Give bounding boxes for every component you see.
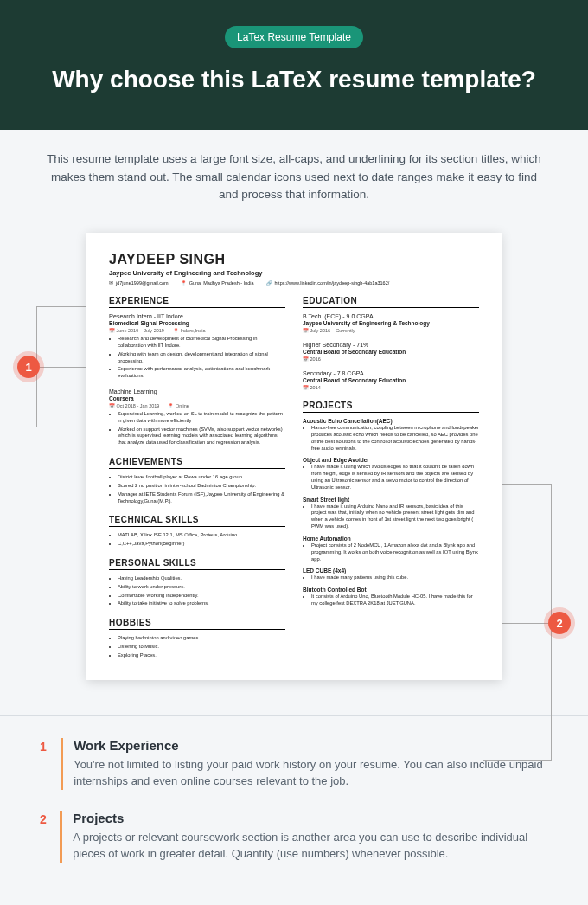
section-personal-skills: PERSONAL SKILLS <box>109 558 285 570</box>
skill-item: C,C++,Java,Python(Beginner) <box>118 541 285 548</box>
project-desc: Hands-free communication, coupling betwe… <box>311 425 479 452</box>
ach-item: Manager at IETE Students Forum (ISF),Jay… <box>118 491 285 505</box>
contact-email: jd7june1999@gmail.com <box>109 280 169 286</box>
project-title: Home Automation <box>303 536 479 542</box>
section-tech-skills: TECHNICAL SKILLS <box>109 515 285 527</box>
project-desc: I have made many patterns using this cub… <box>311 574 479 581</box>
resume-name: JAYDEEP SINGH <box>109 252 479 267</box>
project-desc: I have made it using which avoids edges … <box>311 464 479 491</box>
project-title: Blutooth Controlled Bot <box>303 587 479 593</box>
project-title: LED CUBE (4x4) <box>303 568 479 574</box>
edu-item: Higher Secondary - 71% Central Board of … <box>303 342 479 362</box>
exp-role: Research Intern - IIT Indore <box>109 313 285 319</box>
exp-bullet: Supervised Learning, worked on SL to tra… <box>118 411 285 425</box>
calendar-icon: 2016 <box>303 356 321 362</box>
exp-bullet: Experience with performance analysis, op… <box>118 366 285 380</box>
calendar-icon: June 2019 – July 2019 <box>109 328 164 333</box>
ach-item: District level football player at Rewa u… <box>118 474 285 481</box>
callout-dot-2: 2 <box>548 612 571 634</box>
edu-item: Secondary - 7.8 CGPA Central Board of Se… <box>303 370 479 390</box>
resume-contact: jd7june1999@gmail.com Guna, Madhya Prade… <box>109 280 479 286</box>
section-education: EDUCATION <box>303 296 479 308</box>
section-projects: PROJECTS <box>303 401 479 413</box>
exp-bullet: Working with team on design, development… <box>118 351 285 365</box>
callout-dot-1: 1 <box>17 356 40 378</box>
calendar-icon: July 2016 – Currently <box>303 328 355 333</box>
skill-item: MATLAB, Xilinx ISE 12.1, MS Office, Prot… <box>118 532 285 539</box>
resume-subtitle: Jaypee University of Engineering and Tec… <box>109 269 479 277</box>
annotation-item: 2 Projects A projects or relevant course… <box>40 811 548 863</box>
resume-right-column: EDUCATION B.Tech. (ECE) - 9.0 CGPA Jaype… <box>303 296 479 661</box>
exp-item: Machine Learning Coursera Oct 2018 - Jan… <box>109 388 285 446</box>
edu-degree: Higher Secondary - 71% <box>303 342 479 348</box>
pskill-item: Ability to work under pressure. <box>118 584 285 591</box>
annotation-title: Projects <box>73 811 548 825</box>
project-item: Blutooth Controlled Bot It consists of A… <box>303 587 479 607</box>
annotation-number: 1 <box>40 738 48 790</box>
project-desc: I have made it using Arduino Nano and IR… <box>311 504 479 530</box>
resume-stage: 1 2 JAYDEEP SINGH Jaypee University of E… <box>0 224 588 706</box>
project-item: Home Automation Project consists of 2 No… <box>303 536 479 562</box>
annotation-text: You're not limited to listing your paid … <box>74 756 548 790</box>
project-item: Acoustic Echo Cancellation(AEC) Hands-fr… <box>303 418 479 452</box>
project-item: Smart Street light I have made it using … <box>303 497 479 530</box>
section-experience: EXPERIENCE <box>109 296 285 308</box>
pskill-item: Comfortable Working Independently. <box>118 593 285 600</box>
project-item: LED CUBE (4x4) I have made many patterns… <box>303 568 479 581</box>
intro-text: This resume template uses a large font s… <box>0 130 588 224</box>
section-achievements: ACHIEVEMENTS <box>109 457 285 469</box>
hobby-item: Exploring Places. <box>118 652 285 659</box>
resume-left-column: EXPERIENCE Research Intern - IIT Indore … <box>109 296 285 661</box>
project-desc: Project consists of 2 NodeMCU, 1 Amazon … <box>311 542 479 562</box>
annotation-title: Work Experience <box>74 738 548 753</box>
project-title: Smart Street light <box>303 497 479 503</box>
location-icon: Online <box>168 403 189 408</box>
edu-org: Central Board of Secondary Education <box>303 349 479 355</box>
annotation-number: 2 <box>40 811 48 863</box>
section-hobbies: HOBBIES <box>109 618 285 630</box>
ach-item: Scored 2 nd position in inter-school Bad… <box>118 483 285 490</box>
edu-degree: Secondary - 7.8 CGPA <box>303 370 479 376</box>
resume-preview: JAYDEEP SINGH Jaypee University of Engin… <box>86 233 502 680</box>
exp-item: Research Intern - IIT Indore Biomedical … <box>109 313 285 380</box>
page-title: Why choose this LaTeX resume template? <box>17 64 571 95</box>
edu-org: Jaypee University of Engineering & Techn… <box>303 320 479 326</box>
pskill-item: Having Leadership Qualities. <box>118 575 285 582</box>
category-badge: LaTex Resume Template <box>225 26 363 48</box>
exp-bullet: Worked on support vector machines (SVMs,… <box>118 427 285 446</box>
calendar-icon: 2014 <box>303 385 321 390</box>
header-banner: LaTex Resume Template Why choose this La… <box>0 0 588 130</box>
contact-link: https://www.linkedin.com/in/jaydeep-sing… <box>266 280 390 286</box>
exp-org: Coursera <box>109 395 285 401</box>
hobby-item: Playing badminton and video games. <box>118 635 285 642</box>
contact-location: Guna, Madhya Pradesh - India <box>181 280 254 286</box>
project-item: Object and Edge Avoider I have made it u… <box>303 457 479 491</box>
annotation-item: 1 Work Experience You're not limited to … <box>40 738 548 790</box>
calendar-icon: Oct 2018 - Jan 2019 <box>109 403 159 408</box>
exp-org: Biomedical Signal Processing <box>109 320 285 326</box>
pskill-item: Ability to take initiative to solve prob… <box>118 600 285 607</box>
hobby-item: Listening to Music. <box>118 644 285 651</box>
exp-role: Machine Learning <box>109 388 285 395</box>
edu-degree: B.Tech. (ECE) - 9.0 CGPA <box>303 313 479 319</box>
edu-item: B.Tech. (ECE) - 9.0 CGPA Jaypee Universi… <box>303 313 479 333</box>
edu-org: Central Board of Secondary Education <box>303 377 479 383</box>
exp-bullet: Research and development of Biomedical S… <box>118 336 285 350</box>
location-icon: Indore,India <box>173 328 206 333</box>
annotation-text: A projects or relevant coursework sectio… <box>73 829 548 863</box>
project-title: Acoustic Echo Cancellation(AEC) <box>303 418 479 424</box>
project-desc: It consists of Arduino Uno, Bluetooth Mo… <box>311 594 479 607</box>
project-title: Object and Edge Avoider <box>303 457 479 463</box>
